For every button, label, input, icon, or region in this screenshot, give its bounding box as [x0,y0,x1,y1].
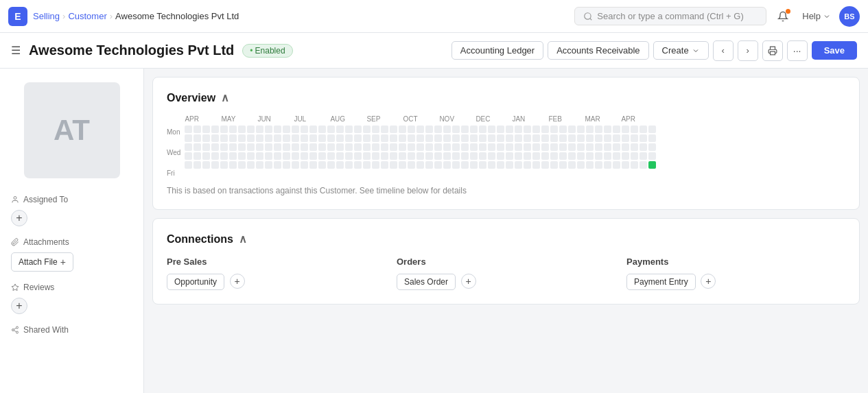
hamburger-icon[interactable]: ☰ [11,44,21,57]
breadcrumb-current: Awesome Technologies Pvt Ltd [115,11,239,21]
heatmap-cell [283,143,290,151]
user-icon [11,195,19,204]
heatmap-week [292,126,299,169]
heatmap-week [425,126,433,169]
heatmap-cell [443,152,451,160]
heatmap-cell [631,134,638,142]
payment-entry-item: Payment Entry [626,274,696,290]
heatmap-cell [604,143,611,151]
overview-collapse-icon[interactable]: ∧ [221,91,229,104]
heatmap-week [309,126,317,169]
heatmap-cell [408,152,415,160]
heatmap-cell [265,143,272,151]
heatmap-cell [247,134,255,142]
heatmap-cell [461,152,469,160]
heatmap-cell [193,161,201,169]
next-button[interactable]: › [738,40,758,61]
heatmap-cell [577,152,585,160]
heatmap-week [595,126,602,169]
payments-items: Payment Entry + [626,274,845,290]
shared-with-label: Shared With [11,325,132,335]
heatmap-week [443,126,451,169]
row-label-wed: Wed [167,148,180,157]
create-button[interactable]: Create [653,41,709,60]
prev-button[interactable]: ‹ [713,40,734,61]
heatmap-cell [372,152,379,160]
orders-group: Orders Sales Order + [397,257,615,290]
heatmap-cell [640,143,647,151]
app-icon[interactable]: E [8,7,27,26]
heatmap-cell [336,152,344,160]
connections-header: Connections ∧ [167,233,845,246]
heatmap-cell [524,134,531,142]
accounts-receivable-button[interactable]: Accounts Receivable [548,41,648,60]
heatmap-cell [550,126,558,133]
heatmap-cell [488,134,495,142]
add-review-button[interactable]: + [11,298,27,314]
help-button[interactable]: Help [802,11,831,21]
add-pre-sales-button[interactable]: + [230,274,245,289]
heatmap-cell [390,143,397,151]
heatmap-cell [550,161,558,169]
heatmap-week [354,126,362,169]
heatmap-cell [497,134,504,142]
add-payments-button[interactable]: + [701,274,716,289]
heatmap-week [229,126,237,169]
heatmap-week [256,126,263,169]
heatmap-cell [185,126,192,133]
breadcrumb-customer[interactable]: Customer [68,11,106,21]
chevron-down-icon [823,12,831,21]
heatmap-cell [524,143,531,151]
heatmap-cell [301,161,308,169]
heatmap-cell [648,152,656,160]
heatmap-cell [202,152,210,160]
customer-avatar: AT [24,82,120,178]
heatmap-cell [515,161,522,169]
search-bar[interactable]: Search or type a command (Ctrl + G) [574,7,766,25]
page-body: AT Assigned To + Attachments Attach File… [0,69,868,393]
create-dropdown-icon [692,47,700,55]
heatmap-week [577,126,585,169]
connections-collapse-icon[interactable]: ∧ [239,233,247,246]
month-nov-label: NOV [439,115,475,123]
heatmap-cell [399,134,406,142]
heatmap-cell [452,126,460,133]
add-orders-button[interactable]: + [461,274,476,289]
print-button[interactable] [762,40,783,61]
heatmap-cell [470,143,478,151]
heatmap-cell [354,143,362,151]
heatmap-cell [577,143,585,151]
heatmap-cell [193,143,201,151]
heatmap-cell [220,152,228,160]
add-assigned-button[interactable]: + [11,210,27,226]
svg-line-1 [590,18,592,20]
heatmap-cell [292,134,299,142]
breadcrumb-selling[interactable]: Selling [33,11,60,21]
save-button[interactable]: Save [812,41,857,60]
heatmap-cell [318,152,326,160]
heatmap-cell [390,134,397,142]
user-avatar[interactable]: BS [839,6,860,27]
heatmap-cell [622,143,629,151]
heatmap-cell [532,152,540,160]
heatmap-cell [229,152,237,160]
heatmap-cell [452,161,460,169]
heatmap-cell [417,152,424,160]
heatmap-week [372,126,379,169]
heatmap-cell [301,134,308,142]
more-options-button[interactable]: ··· [787,40,808,61]
topbar-right: Help BS [772,5,860,27]
connections-title: Connections [167,233,233,246]
heatmap-cell [434,126,442,133]
heatmap-wrapper: Mon Tue Wed Thu Fri APR MAY JUN JUL [167,115,845,178]
notifications-button[interactable] [772,5,794,27]
heatmap-cell [631,143,638,151]
heatmap-cell [238,152,246,160]
heatmap-cell [399,161,406,169]
heatmap-cell [595,161,602,169]
main-content: Overview ∧ Mon Tue Wed Thu Fri [144,69,868,393]
heatmap-cell [220,126,228,133]
attach-file-button[interactable]: Attach File + [11,252,73,272]
heatmap-cell [622,134,629,142]
accounting-ledger-button[interactable]: Accounting Ledger [451,41,543,60]
